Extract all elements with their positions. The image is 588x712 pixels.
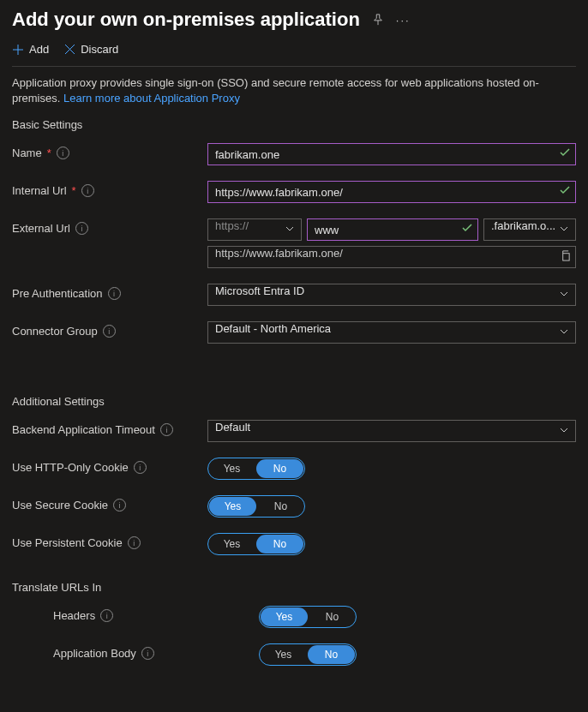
secure-toggle[interactable]: YesNo xyxy=(207,495,305,518)
timeout-select[interactable]: Default xyxy=(207,420,576,442)
label-httponly: Use HTTP-Only Cookie xyxy=(12,461,129,474)
info-icon[interactable]: i xyxy=(57,147,69,159)
section-additional: Additional Settings xyxy=(12,395,576,408)
page-title: Add your own on-premises application xyxy=(12,9,360,31)
required-indicator: * xyxy=(72,184,76,197)
external-domain-select[interactable]: .fabrikam.o... xyxy=(483,218,576,241)
label-timeout: Backend Application Timeout xyxy=(12,423,155,436)
external-sub-input[interactable] xyxy=(307,218,478,241)
httponly-toggle[interactable]: YesNo xyxy=(207,458,305,480)
internal-url-input[interactable] xyxy=(207,181,576,203)
check-icon xyxy=(559,147,571,159)
separator xyxy=(12,66,576,67)
more-icon[interactable]: ··· xyxy=(396,14,411,27)
plus-icon xyxy=(12,44,24,56)
label-persistent: Use Persistent Cookie xyxy=(12,536,123,549)
check-icon xyxy=(559,184,571,196)
required-indicator: * xyxy=(47,147,51,159)
check-icon xyxy=(461,222,473,234)
connector-select[interactable]: Default - North America xyxy=(207,321,576,344)
toggle-yes[interactable]: Yes xyxy=(209,497,256,516)
info-icon[interactable]: i xyxy=(108,287,121,300)
info-icon[interactable]: i xyxy=(75,222,88,235)
discard-button[interactable]: Discard xyxy=(64,43,118,56)
toggle-no[interactable]: No xyxy=(308,645,355,664)
info-icon[interactable]: i xyxy=(100,609,113,622)
section-basic: Basic Settings xyxy=(12,118,576,131)
label-name: Name xyxy=(12,147,42,159)
label-internal: Internal Url xyxy=(12,184,67,197)
close-icon xyxy=(64,44,75,55)
add-button[interactable]: Add xyxy=(12,43,49,56)
description: Application proxy provides single sign-o… xyxy=(12,75,576,106)
toggle-no[interactable]: No xyxy=(256,535,303,553)
section-translate: Translate URLs In xyxy=(12,581,576,594)
info-icon[interactable]: i xyxy=(103,325,116,338)
label-headers: Headers xyxy=(53,609,95,622)
toggle-no[interactable]: No xyxy=(257,496,304,517)
info-icon[interactable]: i xyxy=(134,461,147,474)
label-preauth: Pre Authentication xyxy=(12,287,103,300)
persistent-toggle[interactable]: YesNo xyxy=(207,533,305,555)
external-full-url: https://www.fabrikam.one/ xyxy=(207,246,576,268)
name-input[interactable] xyxy=(207,143,576,165)
toggle-no[interactable]: No xyxy=(256,459,303,478)
appbody-toggle[interactable]: YesNo xyxy=(259,643,357,666)
toggle-yes[interactable]: Yes xyxy=(208,534,255,554)
info-icon[interactable]: i xyxy=(81,184,94,197)
headers-toggle[interactable]: YesNo xyxy=(259,606,357,628)
info-icon[interactable]: i xyxy=(141,647,154,660)
label-appbody: Application Body xyxy=(53,647,136,660)
external-scheme-select[interactable]: https:// xyxy=(207,218,302,241)
learn-more-link[interactable]: Learn more about Application Proxy xyxy=(63,92,240,105)
toggle-yes[interactable]: Yes xyxy=(260,644,307,665)
pin-icon[interactable] xyxy=(372,14,384,27)
discard-label: Discard xyxy=(81,43,118,56)
add-label: Add xyxy=(29,43,49,56)
info-icon[interactable]: i xyxy=(160,423,173,436)
info-icon[interactable]: i xyxy=(113,499,126,512)
preauth-select[interactable]: Microsoft Entra ID xyxy=(207,284,576,306)
label-connector: Connector Group xyxy=(12,325,98,338)
toggle-no[interactable]: No xyxy=(309,607,356,627)
toggle-yes[interactable]: Yes xyxy=(261,607,308,626)
svg-rect-0 xyxy=(563,254,569,260)
label-external: External Url xyxy=(12,222,70,235)
toggle-yes[interactable]: Yes xyxy=(208,458,255,479)
copy-icon[interactable] xyxy=(560,250,571,261)
info-icon[interactable]: i xyxy=(128,536,141,549)
label-secure: Use Secure Cookie xyxy=(12,499,108,512)
